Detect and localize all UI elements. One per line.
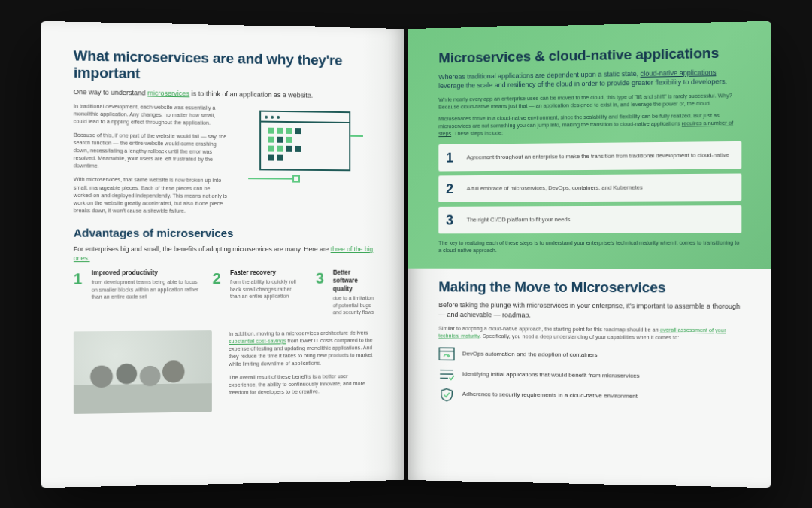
advantage-number: 2	[213, 269, 221, 317]
move-title: Making the Move to Microservices	[438, 278, 741, 296]
microservices-diagram-icon	[241, 105, 368, 196]
step-text: A full embrace of microservices, DevOps,…	[467, 184, 643, 193]
advantages-title: Advantages of microservices	[74, 225, 377, 241]
advantage-desc: due to a limitation of potential bugs an…	[333, 294, 377, 315]
para: Similar to adopting a cloud-native appro…	[438, 324, 741, 342]
advantage-item: 3 Better software qualitydue to a limita…	[316, 269, 377, 316]
intro-row: In traditional development, each website…	[74, 102, 377, 216]
bottom-text-col: In addition, moving to a microservices a…	[229, 329, 377, 411]
text: . These steps include:	[451, 129, 503, 137]
move-lead: Before taking the plunge with microservi…	[438, 300, 741, 320]
svg-rect-13	[295, 127, 301, 133]
para: With microservices, that same website is…	[74, 176, 227, 215]
advantages-row: 1 Improved productivityfrom development …	[74, 269, 377, 318]
para: In addition, moving to a microservices a…	[229, 329, 377, 368]
step-item: 2A full embrace of microservices, DevOps…	[438, 173, 741, 202]
text: Similar to adopting a cloud-native appro…	[438, 324, 659, 333]
advantage-title: Faster recovery	[230, 269, 302, 277]
step-item: 1Agreement throughout an enterprise to m…	[438, 141, 741, 171]
text: Whereas traditional applications are dep…	[438, 69, 640, 80]
left-title: What microservices are and why they're i…	[74, 47, 377, 86]
step-number: 3	[446, 211, 458, 229]
bullet-item: Identifying initial applications that wo…	[438, 367, 741, 385]
right-page: Microservices & cloud-native application…	[408, 20, 771, 487]
svg-rect-17	[277, 154, 283, 160]
para: Microservices thrive in a cloud-native e…	[438, 111, 741, 138]
text: For enterprises big and small, the benef…	[74, 245, 331, 252]
svg-point-2	[271, 115, 274, 118]
cloud-native-title: Microservices & cloud-native application…	[438, 44, 741, 66]
step-text: The right CI/CD platform to fit your nee…	[467, 216, 571, 224]
step-item: 3The right CI/CD platform to fit your ne…	[438, 205, 741, 234]
advantage-title: Improved productivity	[92, 269, 199, 277]
left-lead: One way to understand microservices is t…	[74, 87, 377, 100]
svg-line-4	[260, 121, 350, 122]
bottom-row: In addition, moving to a microservices a…	[74, 329, 377, 413]
text: . Specifically, you need a deep understa…	[480, 332, 679, 340]
svg-rect-12	[277, 136, 283, 142]
microservices-link[interactable]: microservices	[147, 89, 189, 97]
svg-rect-9	[286, 136, 292, 142]
bullet-text: Identifying initial applications that wo…	[462, 370, 640, 380]
text: Microservices thrive in a cloud-native e…	[438, 111, 720, 129]
advantage-item: 1 Improved productivityfrom development …	[74, 269, 199, 318]
text: One way to understand	[74, 87, 147, 96]
cloud-native-link[interactable]: cloud-native applications	[641, 68, 717, 77]
advantage-number: 1	[74, 269, 83, 317]
para: The overall result of these benefits is …	[229, 372, 377, 396]
bullet-text: DevOps automation and the adoption of co…	[462, 350, 598, 359]
svg-point-1	[265, 115, 268, 118]
advantage-number: 3	[316, 269, 324, 316]
svg-point-3	[277, 115, 280, 118]
step-number: 2	[446, 179, 458, 197]
svg-rect-11	[277, 145, 283, 151]
step-number: 1	[446, 148, 458, 166]
step-text: Agreement throughout an enterprise to ma…	[467, 151, 729, 160]
svg-rect-14	[286, 145, 292, 151]
list-check-icon	[438, 367, 455, 382]
bullet-text: Adherence to security requirements in a …	[462, 391, 638, 401]
intro-text-col: In traditional development, each website…	[74, 102, 227, 215]
bullet-item: Adherence to security requirements in a …	[438, 387, 741, 406]
para: Because of this, if one part of the webs…	[74, 131, 227, 171]
text: In addition, moving to a microservices a…	[229, 329, 368, 336]
advantages-lead: For enterprises big and small, the benef…	[74, 245, 377, 263]
green-panel: Microservices & cloud-native application…	[408, 20, 771, 268]
para: The key to realizing each of these steps…	[438, 239, 741, 254]
team-meeting-photo	[74, 330, 212, 413]
cloud-native-lead: Whereas traditional applications are dep…	[438, 67, 741, 90]
shield-icon	[438, 387, 455, 402]
text: is to think of an application as a websi…	[189, 89, 313, 98]
svg-rect-6	[277, 127, 283, 133]
advantage-desc: from the ability to quickly roll back sm…	[230, 278, 302, 300]
svg-rect-7	[286, 127, 292, 133]
svg-rect-20	[293, 175, 299, 181]
svg-rect-10	[268, 145, 274, 151]
advantage-item: 2 Faster recoveryfrom the ability to qui…	[213, 269, 302, 317]
svg-rect-15	[295, 145, 301, 151]
para: In traditional development, each website…	[74, 102, 227, 127]
svg-rect-8	[268, 136, 274, 142]
advantage-title: Better software quality	[333, 269, 377, 294]
svg-rect-21	[439, 348, 454, 360]
devops-icon	[438, 347, 455, 362]
bullet-item: DevOps automation and the adoption of co…	[438, 347, 741, 365]
svg-rect-5	[268, 127, 274, 133]
book-spread: What microservices are and why they're i…	[45, 25, 767, 484]
left-page: What microservices are and why they're i…	[41, 20, 404, 487]
svg-rect-16	[268, 154, 274, 160]
para: While nearly every app an enterprise use…	[438, 92, 741, 111]
cost-savings-link[interactable]: substantial cost-savings	[229, 337, 286, 345]
advantage-desc: from development teams being able to foc…	[92, 278, 199, 300]
